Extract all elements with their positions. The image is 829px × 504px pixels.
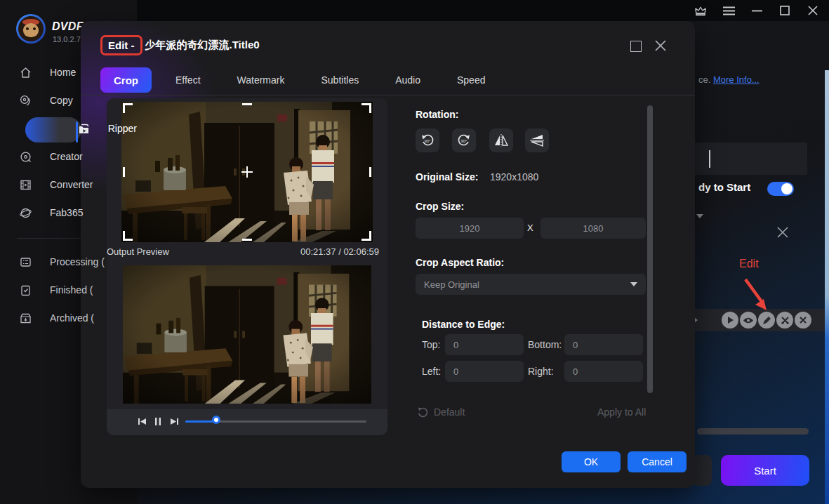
chevron-down-icon[interactable] — [696, 214, 703, 218]
sidebar-item-label: Converter — [50, 179, 93, 190]
svg-text:90°: 90° — [461, 139, 467, 143]
right-edge-input[interactable] — [564, 361, 643, 382]
tab-speed[interactable]: Speed — [449, 74, 493, 86]
crop-aspect-ratio-label: Crop Aspect Ratio: — [416, 257, 504, 268]
converter-icon — [20, 179, 32, 191]
seek-slider[interactable] — [185, 420, 366, 424]
aspect-ratio-select[interactable]: Keep Original — [416, 274, 646, 295]
sidebar-item-label: Ripper — [108, 123, 137, 134]
dialog-close-icon[interactable] — [654, 39, 668, 53]
apply-to-all-label: Apply to All — [597, 406, 646, 418]
crop-handle-left[interactable] — [123, 167, 125, 177]
tabs-divider — [81, 95, 695, 95]
sidebar-item-label: Archived ( — [50, 312, 94, 324]
processing-icon — [20, 256, 32, 268]
sidebar-item-label: Fab365 — [50, 207, 83, 218]
original-size-label: Original Size: — [416, 171, 478, 183]
tab-crop[interactable]: Crop — [100, 67, 152, 93]
dialog-title: Edit - 少年派的奇幻漂流.Title0 — [100, 35, 260, 55]
crown-icon[interactable] — [694, 4, 707, 17]
crop-width-input[interactable] — [416, 218, 524, 239]
toggle-knob — [781, 183, 792, 194]
horizontal-scrollbar[interactable] — [697, 428, 809, 435]
previous-frame-icon[interactable] — [138, 416, 146, 426]
crop-preview — [121, 102, 373, 242]
crop-handle-bottom-right[interactable] — [362, 231, 371, 241]
crop-handle-bottom-left[interactable] — [123, 231, 133, 241]
close-icon[interactable] — [807, 4, 819, 17]
partially-hidden-button[interactable] — [692, 455, 712, 486]
aspect-ratio-value: Keep Original — [424, 279, 479, 290]
start-button[interactable]: Start — [721, 455, 809, 486]
rotate-cw-90-icon[interactable]: 90° — [452, 128, 476, 152]
crop-handle-bottom[interactable] — [242, 239, 252, 241]
info-text: ce. More Info... — [698, 74, 760, 85]
crop-size-label: Crop Size: — [416, 201, 464, 212]
reset-icon — [418, 407, 428, 418]
copy-icon — [20, 95, 32, 107]
tab-subtitles[interactable]: Subtitles — [312, 74, 367, 86]
dvdfab-logo — [16, 14, 46, 44]
ready-toggle[interactable] — [767, 182, 794, 196]
tab-audio[interactable]: Audio — [387, 74, 429, 86]
remove-task-icon[interactable] — [776, 226, 790, 240]
crop-handle-right[interactable] — [369, 167, 371, 177]
flip-horizontal-icon[interactable] — [489, 128, 513, 152]
rotate-ccw-90-icon[interactable]: 90° — [416, 128, 439, 152]
menu-icon[interactable] — [722, 4, 735, 17]
slider-thumb[interactable] — [212, 416, 220, 424]
dialog-vertical-scrollbar[interactable] — [647, 105, 653, 393]
sidebar-item-label: Processing ( — [50, 256, 105, 267]
output-preview-label: Output Preview — [107, 246, 169, 257]
home-icon — [20, 67, 32, 79]
preview-card: Output Preview 00:21:37 / 02:06:59 — [107, 98, 387, 435]
dialog-title-text: 少年派的奇幻漂流.Title0 — [145, 39, 260, 52]
edit-annotation-label: Edit — [739, 258, 759, 270]
sidebar-item-label: Copy — [50, 95, 73, 106]
left-edge-input[interactable] — [445, 361, 524, 382]
next-frame-icon[interactable] — [170, 416, 178, 426]
crop-handle-top-right[interactable] — [362, 103, 371, 113]
task-list-header — [695, 142, 807, 175]
window-edge-glow — [825, 70, 829, 504]
header-divider — [709, 150, 710, 168]
tab-effect[interactable]: Effect — [167, 74, 209, 86]
rotation-label: Rotation: — [416, 109, 458, 120]
ok-button[interactable]: OK — [562, 451, 621, 472]
tab-watermark[interactable]: Watermark — [229, 74, 293, 86]
finished-icon — [20, 284, 32, 296]
ripper-icon — [78, 123, 90, 135]
minimize-icon[interactable] — [750, 4, 763, 17]
sidebar-item-label: Home — [50, 67, 76, 78]
crop-size-separator: X — [527, 223, 533, 233]
title-red-annotation-box: Edit - — [100, 35, 142, 55]
archived-icon — [20, 312, 32, 324]
fab365-icon — [20, 207, 32, 219]
right-label: Right: — [528, 366, 554, 377]
crop-handle-top[interactable] — [242, 103, 252, 105]
dialog-maximize-icon[interactable] — [630, 41, 642, 52]
svg-text:90°: 90° — [425, 139, 430, 143]
app-version: 13.0.2.7 — [53, 35, 81, 44]
cancel-button[interactable]: Cancel — [628, 451, 687, 472]
chevron-down-icon — [630, 282, 637, 286]
edit-dialog: Edit - 少年派的奇幻漂流.Title0 Crop Effect Water… — [81, 21, 695, 488]
bottom-edge-input[interactable] — [564, 334, 643, 355]
maximize-icon[interactable] — [778, 4, 791, 17]
pause-icon[interactable] — [154, 416, 162, 426]
info-text-prefix: ce. — [698, 74, 710, 85]
ready-to-start-label: dy to Start — [698, 181, 750, 193]
playback-controls — [107, 409, 387, 435]
default-reset-button[interactable]: Default — [418, 406, 465, 418]
default-label: Default — [434, 406, 465, 418]
creator-icon — [20, 151, 32, 163]
crop-height-input[interactable] — [540, 218, 646, 239]
delete-x-icon[interactable] — [795, 312, 811, 329]
flip-vertical-icon[interactable] — [525, 128, 549, 152]
scissors-icon[interactable] — [776, 312, 793, 329]
top-edge-input[interactable] — [445, 334, 524, 355]
movie-frame — [123, 265, 371, 404]
apply-to-all-button[interactable]: Apply to All — [597, 406, 646, 418]
more-info-link[interactable]: More Info... — [713, 74, 760, 85]
crop-handle-top-left[interactable] — [123, 103, 133, 113]
